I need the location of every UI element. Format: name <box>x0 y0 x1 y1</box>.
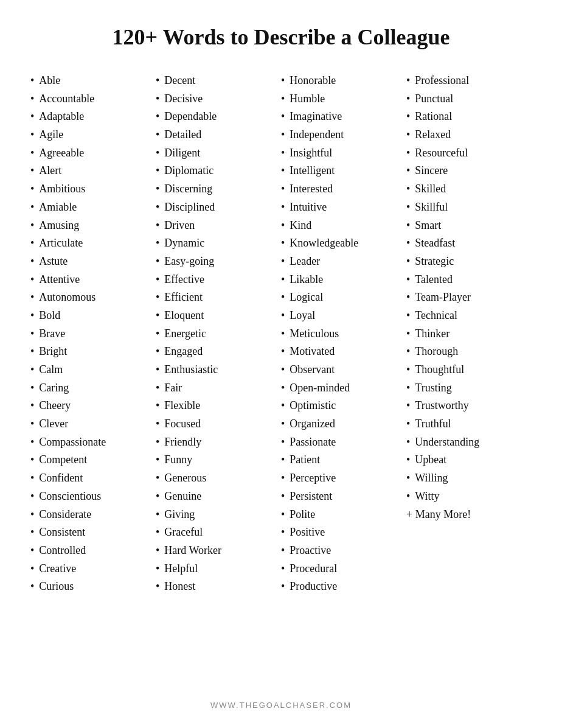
list-item: Talented <box>406 271 532 289</box>
list-item: Compassionate <box>30 433 156 452</box>
list-item: Caring <box>30 379 156 397</box>
list-item: Dynamic <box>156 234 281 253</box>
list-item: Able <box>30 72 156 90</box>
list-item: Resourceful <box>406 144 532 163</box>
list-item: Confident <box>30 469 156 488</box>
list-item: Eloquent <box>156 307 281 325</box>
list-item: Consistent <box>30 523 156 542</box>
list-item: Efficient <box>156 289 281 307</box>
list-item: Independent <box>281 126 406 144</box>
list-item: Steadfast <box>406 234 532 253</box>
list-item: Enthusiastic <box>156 361 281 379</box>
list-item: Controlled <box>30 542 156 560</box>
list-item: Kind <box>281 217 406 235</box>
list-item: Generous <box>156 469 281 488</box>
list-item: Cheery <box>30 397 156 415</box>
list-item: Imaginative <box>281 108 406 126</box>
list-item: Understanding <box>406 433 532 452</box>
word-list-1: AbleAccountableAdaptableAgileAgreeableAl… <box>30 72 156 596</box>
list-item: Rational <box>406 108 532 126</box>
page: 120+ Words to Describe a Colleague AbleA… <box>0 0 562 728</box>
list-item: Effective <box>156 271 281 289</box>
list-item: Helpful <box>156 560 281 578</box>
column-2: DecentDecisiveDependableDetailedDiligent… <box>156 72 281 682</box>
list-item: Funny <box>156 451 281 469</box>
list-item: Intelligent <box>281 162 406 180</box>
list-item: Accountable <box>30 90 156 108</box>
list-item: Optimistic <box>281 397 406 415</box>
list-item: Articulate <box>30 234 156 253</box>
list-item: Passionate <box>281 433 406 452</box>
list-item: Persistent <box>281 488 406 506</box>
list-item: Strategic <box>406 253 532 271</box>
list-item: Graceful <box>156 523 281 542</box>
plus-more-text: + Many More! <box>406 506 532 524</box>
list-item: Astute <box>30 253 156 271</box>
list-item: Amiable <box>30 198 156 217</box>
list-item: Agile <box>30 126 156 144</box>
list-item: Patient <box>281 451 406 469</box>
list-item: Polite <box>281 506 406 524</box>
list-item: Meticulous <box>281 325 406 343</box>
page-title: 120+ Words to Describe a Colleague <box>30 24 532 50</box>
list-item: Hard Worker <box>156 542 281 560</box>
list-item: Honorable <box>281 72 406 90</box>
list-item: Friendly <box>156 433 281 452</box>
list-item: Trusting <box>406 379 532 397</box>
footer-text: WWW.THEGOALCHASER.COM <box>30 701 532 710</box>
column-1: AbleAccountableAdaptableAgileAgreeableAl… <box>30 72 156 682</box>
list-item: Competent <box>30 451 156 469</box>
list-item: Logical <box>281 289 406 307</box>
list-item: Easy-going <box>156 253 281 271</box>
list-item: Driven <box>156 217 281 235</box>
list-item: Leader <box>281 253 406 271</box>
list-item: Giving <box>156 506 281 524</box>
list-item: Fair <box>156 379 281 397</box>
list-item: Diplomatic <box>156 162 281 180</box>
list-item: Interested <box>281 180 406 198</box>
word-list-4: ProfessionalPunctualRationalRelaxedResou… <box>406 72 532 506</box>
list-item: Proactive <box>281 542 406 560</box>
list-item: Punctual <box>406 90 532 108</box>
list-item: Energetic <box>156 325 281 343</box>
word-list-3: HonorableHumbleImaginativeIndependentIns… <box>281 72 406 596</box>
list-item: Genuine <box>156 488 281 506</box>
list-item: Organized <box>281 415 406 433</box>
list-item: Thoughtful <box>406 361 532 379</box>
list-item: Motivated <box>281 343 406 361</box>
column-3: HonorableHumbleImaginativeIndependentIns… <box>281 72 406 682</box>
list-item: Autonomous <box>30 289 156 307</box>
list-item: Decisive <box>156 90 281 108</box>
list-item: Insightful <box>281 144 406 163</box>
list-item: Clever <box>30 415 156 433</box>
list-item: Likable <box>281 271 406 289</box>
list-item: Sincere <box>406 162 532 180</box>
list-item: Creative <box>30 560 156 578</box>
list-item: Thinker <box>406 325 532 343</box>
list-item: Curious <box>30 578 156 596</box>
list-item: Bold <box>30 307 156 325</box>
list-item: Open-minded <box>281 379 406 397</box>
list-item: Dependable <box>156 108 281 126</box>
list-item: Upbeat <box>406 451 532 469</box>
list-item: Amusing <box>30 217 156 235</box>
list-item: Engaged <box>156 343 281 361</box>
list-item: Bright <box>30 343 156 361</box>
list-item: Disciplined <box>156 198 281 217</box>
list-item: Honest <box>156 578 281 596</box>
list-item: Considerate <box>30 506 156 524</box>
list-item: Procedural <box>281 560 406 578</box>
list-item: Intuitive <box>281 198 406 217</box>
list-item: Alert <box>30 162 156 180</box>
list-item: Adaptable <box>30 108 156 126</box>
list-item: Technical <box>406 307 532 325</box>
list-item: Positive <box>281 523 406 542</box>
list-item: Trustworthy <box>406 397 532 415</box>
list-item: Productive <box>281 578 406 596</box>
list-item: Skillful <box>406 198 532 217</box>
list-item: Willing <box>406 469 532 488</box>
list-item: Humble <box>281 90 406 108</box>
list-item: Relaxed <box>406 126 532 144</box>
list-item: Perceptive <box>281 469 406 488</box>
list-item: Decent <box>156 72 281 90</box>
